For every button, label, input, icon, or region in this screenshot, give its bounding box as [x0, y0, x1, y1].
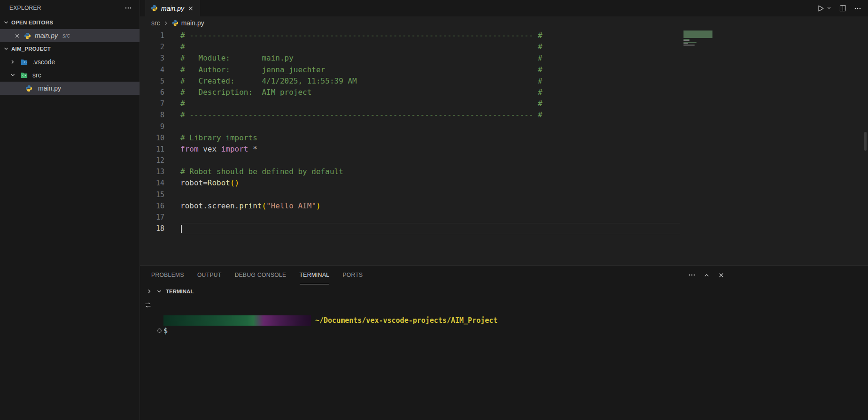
- editor-tabbar: main.py: [140, 0, 868, 16]
- line-number: 6: [140, 87, 164, 98]
- code-line-5[interactable]: 5# Created: 4/1/2025, 11:55:39 AM #: [140, 76, 868, 87]
- panel-tab-output[interactable]: OUTPUT: [197, 266, 222, 284]
- close-tab-icon[interactable]: [187, 5, 194, 12]
- open-editors-header[interactable]: OPEN EDITORS: [0, 16, 140, 29]
- line-number: 12: [140, 155, 164, 166]
- terminal-prompt-symbol: $: [163, 327, 168, 335]
- code-line-13[interactable]: 13# Robot should be defined by default: [140, 166, 868, 177]
- vscode-window: EXPLORER OPEN EDITORS main.py src: [0, 0, 868, 420]
- text-cursor: [181, 225, 182, 233]
- tab-label: main.py: [161, 5, 184, 12]
- code-line-12[interactable]: 12: [140, 155, 868, 166]
- panel-more-actions-icon[interactable]: [688, 271, 696, 279]
- code-editor[interactable]: 1# -------------------------------------…: [140, 30, 868, 265]
- line-number: 13: [140, 166, 164, 177]
- breadcrumb-mainpy[interactable]: main.py: [181, 19, 204, 27]
- line-number: 10: [140, 132, 164, 144]
- run-button[interactable]: [816, 4, 832, 13]
- minimap-line: [683, 45, 695, 46]
- panel-tab-problems[interactable]: PROBLEMS: [151, 266, 184, 284]
- line-number: 16: [140, 200, 164, 212]
- run-dropdown-chevron-icon[interactable]: [826, 4, 832, 13]
- line-number: 17: [140, 212, 164, 223]
- open-editors-label: OPEN EDITORS: [11, 20, 53, 25]
- line-text: # Module: main.py #: [180, 53, 542, 64]
- terminal-command-line[interactable]: $: [163, 326, 868, 336]
- code-line-6[interactable]: 6# Description: AIM project #: [140, 87, 868, 98]
- split-editor-button[interactable]: [839, 5, 846, 12]
- code-line-15[interactable]: 15: [140, 189, 868, 200]
- terminal-content: ~/Documents/vex-vscode-projects/AIM_Proj…: [140, 298, 868, 336]
- code-line-9[interactable]: 9: [140, 121, 868, 132]
- code-line-1[interactable]: 1# -------------------------------------…: [140, 30, 868, 41]
- python-file-icon: [151, 5, 158, 12]
- editor-more-actions-icon[interactable]: [854, 5, 861, 12]
- line-text: # #: [180, 98, 542, 109]
- tree-item-label: main.py: [38, 84, 61, 92]
- panel-tab-terminal[interactable]: TERMINAL: [300, 266, 330, 284]
- line-number: 2: [140, 41, 164, 53]
- chevron-right-icon[interactable]: [146, 288, 153, 295]
- code-line-17[interactable]: 17: [140, 212, 868, 223]
- open-editor-detail: src: [62, 32, 70, 39]
- line-text: robot.screen.print("Hello AIM"): [180, 200, 321, 212]
- open-editor-label: main.py: [35, 32, 58, 39]
- code-line-2[interactable]: 2# #: [140, 41, 868, 53]
- minimap-line: [683, 43, 688, 44]
- explorer-sidebar: EXPLORER OPEN EDITORS main.py src: [0, 0, 140, 420]
- breadcrumb: src main.py: [140, 16, 868, 30]
- code-line-8[interactable]: 8# -------------------------------------…: [140, 109, 868, 121]
- line-text: robot=Robot(): [180, 177, 239, 189]
- terminal[interactable]: ~/Documents/vex-vscode-projects/AIM_Proj…: [140, 298, 868, 420]
- line-text: # --------------------------------------…: [180, 109, 542, 121]
- minimap[interactable]: [683, 31, 715, 47]
- terminal-section-label: TERMINAL: [166, 289, 194, 294]
- code-line-4[interactable]: 4# Author: jenna_juechter #: [140, 64, 868, 76]
- panel-tab-debug-console[interactable]: DEBUG CONSOLE: [235, 266, 287, 284]
- bottom-panel: PROBLEMS OUTPUT DEBUG CONSOLE TERMINAL P…: [140, 265, 868, 420]
- line-text: # Library imports: [180, 132, 257, 144]
- code-line-10[interactable]: 10# Library imports: [140, 132, 868, 144]
- code-lines[interactable]: 1# -------------------------------------…: [140, 30, 868, 234]
- code-line-11[interactable]: 11from vex import *: [140, 144, 868, 155]
- code-line-7[interactable]: 7# #: [140, 98, 868, 109]
- line-number: 18: [140, 223, 164, 234]
- tree-item-label: .vscode: [32, 58, 55, 66]
- terminal-section-header[interactable]: TERMINAL: [140, 284, 868, 298]
- line-number: 8: [140, 109, 164, 121]
- code-line-16[interactable]: 16robot.screen.print("Hello AIM"): [140, 200, 868, 212]
- open-editor-item-mainpy[interactable]: main.py src: [0, 29, 140, 42]
- python-file-icon: [172, 20, 178, 26]
- panel-actions: [688, 266, 725, 284]
- tree-item-mainpy[interactable]: main.py: [0, 82, 140, 95]
- editor-area: main.py src: [140, 0, 868, 420]
- panel-tabbar: PROBLEMS OUTPUT DEBUG CONSOLE TERMINAL P…: [140, 266, 868, 284]
- project-root-header[interactable]: AIM_PROJECT: [0, 42, 140, 55]
- close-editor-icon[interactable]: [14, 33, 20, 39]
- code-line-3[interactable]: 3# Module: main.py #: [140, 53, 868, 64]
- panel-maximize-chevron-icon[interactable]: [703, 272, 710, 279]
- explorer-more-actions-icon[interactable]: [124, 4, 132, 12]
- editor-scrollbar-thumb[interactable]: [864, 132, 867, 151]
- line-text: # #: [180, 41, 542, 53]
- terminal-prompt-line: ~/Documents/vex-vscode-projects/AIM_Proj…: [163, 315, 868, 326]
- tab-mainpy[interactable]: main.py: [145, 0, 200, 16]
- panel-tab-ports[interactable]: PORTS: [342, 266, 363, 284]
- code-line-14[interactable]: 14robot=Robot(): [140, 177, 868, 189]
- line-text: # --------------------------------------…: [180, 30, 542, 41]
- vscode-folder-icon: [21, 59, 28, 65]
- command-decoration-circle-icon: [157, 328, 162, 333]
- chevron-right-icon: [9, 59, 16, 65]
- breadcrumb-src[interactable]: src: [151, 19, 160, 27]
- tree-item-vscode-folder[interactable]: .vscode: [0, 55, 140, 69]
- line-number: 7: [140, 98, 164, 109]
- sidebar-title: EXPLORER: [9, 5, 124, 11]
- chevron-right-icon: [163, 20, 169, 26]
- tree-item-src-folder[interactable]: src: [0, 69, 140, 82]
- python-file-icon: [24, 32, 31, 39]
- code-line-18[interactable]: 18: [140, 223, 868, 234]
- project-root-label: AIM_PROJECT: [11, 46, 51, 52]
- line-number: 15: [140, 189, 164, 200]
- panel-close-icon[interactable]: [718, 272, 725, 279]
- python-file-icon: [25, 85, 32, 92]
